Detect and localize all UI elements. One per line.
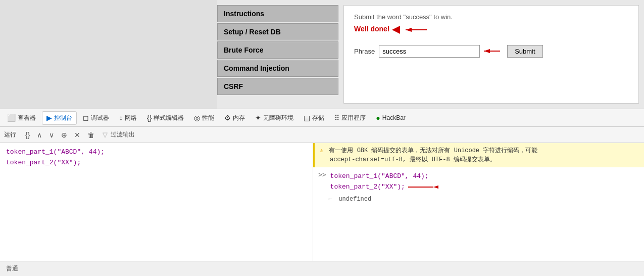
close-btn[interactable]: ✕	[72, 130, 82, 140]
tab-console[interactable]: ▶ 控制台	[42, 111, 77, 125]
perf-icon: ◎	[194, 114, 200, 122]
nav-brute-force[interactable]: Brute Force	[217, 41, 338, 59]
tab-network-label: 网络	[125, 114, 137, 122]
tab-network[interactable]: ↕ 网络	[115, 112, 141, 124]
tab-memory[interactable]: ⚙ 内存	[220, 112, 249, 124]
tab-hackbar-label: HackBar	[382, 114, 406, 121]
console-toolbar: 运行 {} ∧ ∨ ⊕ ✕ 🗑 ▽ 过滤输出	[0, 127, 644, 143]
a11y-icon: ✦	[255, 114, 261, 122]
console-left[interactable]: token_part_1("ABCD", 44); token_part_2("…	[0, 143, 313, 261]
result-line: ← undefined	[313, 195, 644, 204]
code-line-1: token_part_1("ABCD", 44);	[6, 147, 307, 158]
warning-text-1: 有一使用 GBK 编码提交的表单，无法对所有 Unicode 字符进行编码，可能	[329, 147, 537, 154]
middle-nav: Instructions Setup / Reset DB Brute Forc…	[217, 0, 343, 109]
nav-csrf[interactable]: CSRF	[217, 78, 338, 95]
tab-console-label: 控制台	[54, 114, 72, 122]
tab-accessibility[interactable]: ✦ 无障碍环境	[251, 112, 298, 124]
phrase-arrow	[481, 46, 501, 56]
prompt-line-2: token_part_2("XX");	[330, 182, 438, 193]
tab-a11y-label: 无障碍环境	[263, 114, 293, 122]
tab-app-label: 应用程序	[341, 114, 366, 122]
hackbar-icon: ●	[376, 114, 380, 122]
tab-debugger-label: 调试器	[91, 114, 109, 122]
instruction-text: Submit the word "success" to win.	[354, 13, 628, 21]
filter-label: 过滤输出	[111, 130, 135, 139]
result-arrow-icon: ←	[328, 196, 332, 203]
bottom-label: 普通	[6, 264, 18, 273]
prompt-line-1: token_part_1("ABCD", 44);	[330, 171, 438, 182]
phrase-label: Phrase	[354, 48, 375, 55]
tab-performance[interactable]: ◎ 性能	[190, 112, 218, 124]
memory-icon: ⚙	[224, 114, 231, 122]
code-text-1: token_part_1("ABCD", 44);	[6, 148, 105, 156]
code-arrow	[408, 182, 438, 192]
tab-style-label: 样式编辑器	[154, 114, 184, 122]
nav-instructions[interactable]: Instructions	[217, 5, 338, 22]
prompt-arrow-icon: >>	[318, 171, 326, 193]
left-panel	[0, 0, 217, 109]
nav-setup[interactable]: Setup / Reset DB	[217, 23, 338, 40]
inspector-icon: ⬜	[7, 114, 16, 122]
warning-text-2: accept-charset=utf-8, 最终以 UTF-8 编码提交表单。	[320, 156, 496, 163]
run-label: 运行	[4, 130, 16, 139]
storage-icon: ▤	[304, 114, 310, 122]
console-right: ⚠ 有一使用 GBK 编码提交的表单，无法对所有 Unicode 字符进行编码，…	[313, 143, 644, 261]
network-icon: ↕	[119, 114, 123, 122]
up-btn[interactable]: ∧	[35, 130, 44, 140]
tab-storage-label: 存储	[312, 114, 324, 122]
tab-style-editor[interactable]: {} 样式编辑器	[143, 112, 188, 124]
code-text-2: token_part_2("XX");	[6, 159, 81, 166]
well-done-text: Well done!	[354, 25, 400, 33]
debugger-icon: ◻	[83, 114, 89, 122]
tab-perf-label: 性能	[202, 114, 214, 122]
result-value: undefined	[338, 196, 371, 203]
warning-icon: ⚠	[320, 147, 323, 154]
tab-storage[interactable]: ▤ 存储	[300, 112, 328, 124]
prompt-output: token_part_1("ABCD", 44); token_part_2("…	[330, 171, 438, 193]
tab-application[interactable]: ⠿ 应用程序	[330, 112, 370, 124]
style-icon: {}	[147, 114, 152, 122]
tab-inspector-label: 查看器	[18, 114, 36, 122]
submit-button[interactable]: Submit	[507, 45, 542, 58]
app-icon: ⠿	[334, 114, 339, 122]
trash-btn[interactable]: 🗑	[85, 130, 96, 140]
tab-hackbar[interactable]: ● HackBar	[372, 112, 409, 124]
tab-debugger[interactable]: ◻ 调试器	[79, 112, 113, 124]
console-main: token_part_1("ABCD", 44); token_part_2("…	[0, 143, 644, 261]
prompt-code-2: token_part_2("XX");	[330, 182, 405, 193]
well-done-arrow	[402, 25, 427, 35]
phrase-input[interactable]	[379, 45, 480, 58]
down-btn[interactable]: ∨	[47, 130, 56, 140]
bottom-bar: 普通	[0, 261, 644, 276]
format-btn[interactable]: {}	[23, 130, 32, 140]
zoom-btn[interactable]: ⊕	[59, 130, 69, 140]
code-line-2: token_part_2("XX");	[6, 158, 307, 168]
prompt-code-1: token_part_1("ABCD", 44);	[330, 172, 429, 180]
console-icon: ▶	[46, 114, 52, 122]
tab-inspector[interactable]: ⬜ 查看器	[3, 112, 40, 124]
right-panel: Submit the word "success" to win. Well d…	[343, 5, 639, 104]
devtools-toolbar: ⬜ 查看器 ▶ 控制台 ◻ 调试器 ↕ 网络 {} 样式编辑器 ◎ 性能 ⚙ 内…	[0, 109, 644, 127]
console-prompt-block: >> token_part_1("ABCD", 44); token_part_…	[313, 169, 644, 195]
nav-command-injection[interactable]: Command Injection	[217, 60, 338, 77]
tab-memory-label: 内存	[233, 114, 245, 122]
warning-block: ⚠ 有一使用 GBK 编码提交的表单，无法对所有 Unicode 字符进行编码，…	[313, 143, 644, 167]
